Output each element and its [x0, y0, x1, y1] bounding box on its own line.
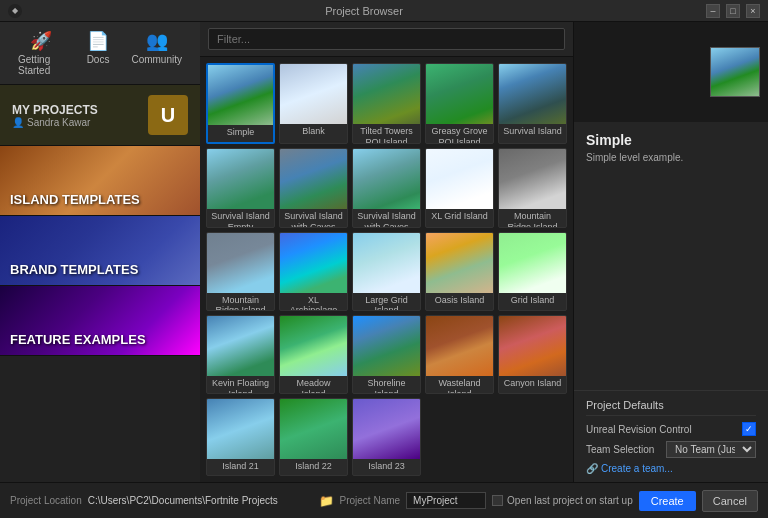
template-item-xl-grid[interactable]: XL Grid Island [425, 148, 494, 227]
template-name-extra3: Island 23 [353, 459, 420, 475]
revision-control-row: Unreal Revision Control ✓ [586, 422, 756, 436]
template-item-large-grid[interactable]: Large Grid Island [352, 232, 421, 311]
template-name-greasy-grove: Greasy Grove POI Island [426, 124, 493, 144]
project-name-label: Project Name [340, 495, 401, 506]
maximize-button[interactable]: □ [726, 4, 740, 18]
project-location-label: Project Location [10, 495, 82, 506]
template-name-tilted-towers: Tilted Towers POI Island [353, 124, 420, 144]
template-name-grid: Grid Island [499, 293, 566, 309]
template-item-canyon[interactable]: Canyon Island [498, 315, 567, 394]
nav-getting-started-label: Getting Started [18, 54, 65, 76]
template-item-survival-island[interactable]: Survival Island [498, 63, 567, 144]
project-name-input[interactable] [406, 492, 486, 509]
template-item-survival-caves[interactable]: Survival Island with Caves [279, 148, 348, 227]
template-item-extra1[interactable]: Island 21 [206, 398, 275, 476]
template-thumb-tilted-towers [353, 64, 420, 124]
sidebar: 🚀 Getting Started 📄 Docs 👥 Community MY … [0, 22, 200, 482]
preview-title: Simple [586, 132, 756, 148]
template-item-extra2[interactable]: Island 22 [279, 398, 348, 476]
template-item-tilted-towers[interactable]: Tilted Towers POI Island [352, 63, 421, 144]
rocket-icon: 🚀 [30, 30, 52, 52]
template-item-survival-empty[interactable]: Survival Island Empty [206, 148, 275, 227]
my-projects-info: MY PROJECTS 👤 Sandra Kawar [12, 103, 138, 128]
template-item-grid[interactable]: Grid Island [498, 232, 567, 311]
template-item-mountain-ridge-empty[interactable]: Mountain Ridge Island Empty [206, 232, 275, 311]
template-item-meadow[interactable]: Meadow Island [279, 315, 348, 394]
create-team-icon: 🔗 [586, 463, 598, 474]
nav-getting-started[interactable]: 🚀 Getting Started [8, 26, 75, 80]
template-thumb-mountain-ridge [499, 149, 566, 209]
sidebar-item-island-templates[interactable]: ISLAND TEMPLATES [0, 146, 200, 216]
main-content: 🚀 Getting Started 📄 Docs 👥 Community MY … [0, 22, 768, 482]
template-name-extra1: Island 21 [207, 459, 274, 475]
minimize-button[interactable]: – [706, 4, 720, 18]
open-last-row: Open last project on start up [492, 495, 633, 506]
app-window: ◆ Project Browser – □ × 🚀 Getting Starte… [0, 0, 768, 518]
ue-logo: U [148, 95, 188, 135]
team-selection-dropdown[interactable]: No Team (Jus... [666, 441, 756, 458]
template-thumb-simple [208, 65, 273, 125]
template-item-xl-archipelago[interactable]: XL Archipelago Island [279, 232, 348, 311]
revision-control-checkbox[interactable]: ✓ [742, 422, 756, 436]
bottom-bar: Project Location C:\Users\PC2\Documents\… [0, 482, 768, 518]
template-item-wasteland[interactable]: Wasteland Island [425, 315, 494, 394]
community-icon: 👥 [146, 30, 168, 52]
close-button[interactable]: × [746, 4, 760, 18]
preview-info: Simple Simple level example. [574, 122, 768, 390]
template-item-shoreline[interactable]: Shoreline Island [352, 315, 421, 394]
template-name-survival-caves-empty: Survival Island with Caves Empty [353, 209, 420, 227]
template-thumb-extra2 [280, 399, 347, 459]
template-thumb-blank [280, 64, 347, 124]
template-name-oasis: Oasis Island [426, 293, 493, 309]
sidebar-item-feature-examples[interactable]: FEATURE EXAMPLES [0, 286, 200, 356]
sidebar-item-brand-templates[interactable]: BRAND TEMPLATES [0, 216, 200, 286]
team-selection-row: Team Selection No Team (Jus... [586, 441, 756, 458]
template-item-oasis[interactable]: Oasis Island [425, 232, 494, 311]
preview-area [574, 22, 768, 122]
project-location-value: C:\Users\PC2\Documents\Fortnite Projects [88, 495, 313, 506]
project-defaults-title: Project Defaults [586, 399, 756, 416]
folder-browse-icon[interactable]: 📁 [319, 494, 334, 508]
template-name-simple: Simple [208, 125, 273, 141]
template-item-survival-caves-empty[interactable]: Survival Island with Caves Empty [352, 148, 421, 227]
template-item-kevin-floating[interactable]: Kevin Floating Island [206, 315, 275, 394]
app-icon: ◆ [8, 4, 22, 18]
template-thumb-xl-archipelago [280, 233, 347, 293]
open-last-checkbox[interactable] [492, 495, 503, 506]
template-thumb-survival-caves [280, 149, 347, 209]
right-panel: Simple Simple level example. Project Def… [573, 22, 768, 482]
template-name-wasteland: Wasteland Island [426, 376, 493, 394]
template-thumb-mountain-ridge-empty [207, 233, 274, 293]
template-thumb-survival-island [499, 64, 566, 124]
username-label: Sandra Kawar [27, 117, 90, 128]
nav-community[interactable]: 👥 Community [121, 26, 192, 80]
template-name-survival-empty: Survival Island Empty [207, 209, 274, 227]
template-item-extra3[interactable]: Island 23 [352, 398, 421, 476]
cancel-button[interactable]: Cancel [702, 490, 758, 512]
window-title: Project Browser [22, 5, 706, 17]
search-input[interactable] [208, 28, 565, 50]
create-team-link[interactable]: 🔗 Create a team... [586, 463, 756, 474]
template-name-blank: Blank [280, 124, 347, 140]
docs-icon: 📄 [87, 30, 109, 52]
my-projects-section[interactable]: MY PROJECTS 👤 Sandra Kawar U [0, 85, 200, 146]
template-name-meadow: Meadow Island [280, 376, 347, 394]
template-item-blank[interactable]: Blank [279, 63, 348, 144]
nav-docs[interactable]: 📄 Docs [77, 26, 120, 80]
nav-docs-label: Docs [87, 54, 110, 65]
template-item-greasy-grove[interactable]: Greasy Grove POI Island [425, 63, 494, 144]
template-name-kevin-floating: Kevin Floating Island [207, 376, 274, 394]
template-thumb-oasis [426, 233, 493, 293]
team-selection-label: Team Selection [586, 444, 654, 455]
template-thumb-shoreline [353, 316, 420, 376]
search-bar [200, 22, 573, 57]
template-item-simple[interactable]: Simple [206, 63, 275, 144]
template-thumb-extra3 [353, 399, 420, 459]
window-controls: – □ × [706, 4, 760, 18]
my-projects-title: MY PROJECTS [12, 103, 138, 117]
template-name-shoreline: Shoreline Island [353, 376, 420, 394]
template-thumb-kevin-floating [207, 316, 274, 376]
create-button[interactable]: Create [639, 491, 696, 511]
feature-examples-label: FEATURE EXAMPLES [10, 332, 146, 347]
template-item-mountain-ridge[interactable]: Mountain Ridge Island [498, 148, 567, 227]
